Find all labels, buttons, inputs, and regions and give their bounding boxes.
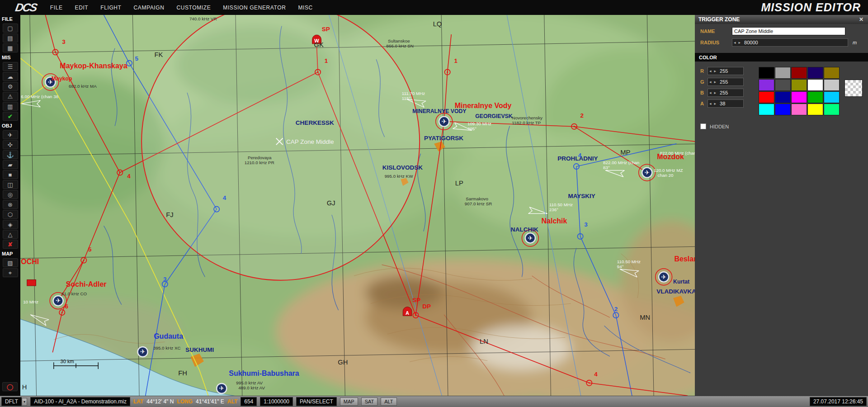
profile-select[interactable]: DFLT [1, 397, 27, 406]
map-label: Sochi-Adler [66, 280, 107, 288]
menu-flight[interactable]: FLIGHT [100, 5, 121, 11]
close-icon[interactable] [858, 16, 864, 23]
color-swatch[interactable] [775, 91, 791, 103]
map-label: KISLOVODSK [382, 164, 423, 171]
airplane-icon[interactable]: ✈ [3, 130, 18, 139]
panel-title: TRIGGER ZONE [698, 16, 740, 23]
channel-a-spinner[interactable]: 38 [708, 99, 744, 108]
distance-tool-icon[interactable]: ⌖ [3, 268, 18, 277]
hidden-checkbox[interactable] [700, 123, 706, 129]
color-swatch[interactable] [775, 104, 791, 115]
waypoint-red-dot [83, 260, 85, 261]
channel-b-spinner[interactable]: 255 [708, 89, 744, 97]
map-label: 1 [454, 57, 458, 64]
color-swatch[interactable] [759, 104, 774, 115]
channel-g-spinner[interactable]: 255 [708, 78, 744, 86]
mission-options-icon[interactable]: ⚙ [3, 82, 18, 91]
alt-layer-button[interactable]: ALT [381, 398, 396, 406]
color-swatch[interactable] [824, 67, 840, 79]
radius-label: RADIUS [700, 40, 732, 45]
radius-spinner[interactable]: 80000 [732, 38, 848, 47]
color-swatch[interactable] [775, 67, 791, 79]
map-label: 5 [88, 246, 92, 253]
zone-name-input[interactable] [732, 27, 845, 35]
failures-icon[interactable]: ⚠ [3, 92, 18, 101]
trigger-zone-circle[interactable] [142, 15, 420, 280]
helicopter-icon[interactable]: ✣ [3, 140, 18, 149]
menu-mission-generator[interactable]: MISSION GENERATOR [223, 5, 286, 11]
group-template-icon[interactable]: ◫ [3, 180, 18, 189]
static-object-icon[interactable]: ■ [3, 170, 18, 179]
map-label: 109.30 MHz [467, 121, 491, 126]
color-swatch[interactable] [759, 67, 774, 79]
color-swatch[interactable] [807, 104, 823, 115]
increment-icon[interactable] [713, 80, 718, 84]
increment-icon[interactable] [713, 101, 718, 106]
ship-icon[interactable]: ⚓ [3, 150, 18, 159]
mission-datetime: 27.07.2017 12:26:45 [810, 397, 867, 406]
channel-r-spinner[interactable]: 255 [708, 67, 744, 75]
map-label: MP [620, 149, 630, 156]
map-canvas[interactable]: CAP Zone Middle✈✈✈✈✈✈✈✈WAMaykop-Khanskay… [20, 15, 695, 396]
sat-layer-button[interactable]: SAT [361, 398, 378, 406]
color-swatch[interactable] [791, 79, 807, 91]
menu-edit[interactable]: EDIT [75, 5, 89, 11]
map-options-icon[interactable]: ▧ [3, 258, 18, 267]
decrement-icon[interactable] [708, 90, 713, 95]
menu-bar: DCS FILEEDITFLIGHTCAMPAIGNCUSTOMIZEMISSI… [0, 0, 868, 15]
decrement-icon[interactable] [708, 101, 713, 106]
channel-a: A 38 [700, 99, 753, 108]
menu-file[interactable]: FILE [50, 5, 63, 11]
record-indicator-icon[interactable]: ◯ [2, 382, 18, 391]
decrement-icon[interactable] [708, 69, 713, 73]
color-swatch[interactable] [824, 79, 840, 91]
map-label: 5 [135, 55, 138, 62]
map-layer-button[interactable]: MAP [340, 398, 358, 406]
ground-vehicle-icon[interactable]: ▰ [3, 160, 18, 169]
farp-icon[interactable]: ⬡ [3, 210, 18, 219]
map-label: Sultanskoe [388, 38, 410, 43]
color-swatch[interactable] [824, 104, 840, 115]
color-swatch[interactable] [807, 67, 823, 79]
color-swatch[interactable] [775, 79, 791, 91]
color-swatch[interactable] [759, 79, 774, 91]
waypoint-red-dot [589, 382, 590, 383]
color-swatch[interactable] [791, 91, 807, 103]
new-mission-icon[interactable]: ▢ [3, 24, 18, 33]
save-mission-icon[interactable]: ▦ [3, 43, 18, 52]
summary-icon[interactable]: ▥ [3, 102, 18, 111]
menu-customize[interactable]: CUSTOMIZE [176, 5, 211, 11]
menu-campaign[interactable]: CAMPAIGN [134, 5, 165, 11]
status-bar: DFLT AID-100 - AI_A2A - Demonstration.mi… [0, 396, 868, 407]
map-label: MAYSKIY [568, 193, 595, 199]
color-swatch[interactable] [807, 91, 823, 103]
waypoint-red-dot [55, 52, 56, 53]
color-swatch[interactable] [791, 104, 807, 115]
mark-label-icon[interactable]: △ [3, 230, 18, 239]
validate-mission-icon[interactable]: ✔ [3, 112, 18, 121]
decrement-icon[interactable] [708, 80, 713, 84]
warehouse-icon[interactable]: ◈ [3, 220, 18, 229]
increment-icon[interactable] [713, 69, 718, 73]
map-label: FH [178, 369, 187, 377]
open-mission-icon[interactable]: ▤ [3, 33, 18, 43]
color-swatch[interactable] [791, 67, 807, 79]
transparent-color-swatch[interactable] [844, 80, 863, 97]
map-label: 120.0 MHz MZ [654, 168, 683, 173]
initial-point-icon[interactable]: ⊗ [3, 200, 18, 209]
decrement-icon[interactable] [732, 40, 737, 45]
briefing-icon[interactable]: ☰ [3, 62, 18, 71]
color-swatch[interactable] [824, 91, 840, 103]
menu-misc[interactable]: MISC [298, 5, 312, 11]
map-label: chan 20 [658, 173, 674, 178]
channel-b: B 255 [700, 89, 753, 97]
delete-object-icon[interactable]: ✘ [3, 240, 18, 249]
weather-icon[interactable]: ☁ [3, 72, 18, 81]
map-label: GH [338, 359, 348, 366]
increment-icon[interactable] [737, 40, 742, 45]
color-swatch[interactable] [759, 91, 774, 103]
dropdown-arrow-icon[interactable] [22, 398, 27, 406]
increment-icon[interactable] [713, 90, 718, 95]
color-swatch[interactable] [807, 79, 823, 91]
trigger-zone-icon[interactable]: ◎ [3, 190, 18, 199]
